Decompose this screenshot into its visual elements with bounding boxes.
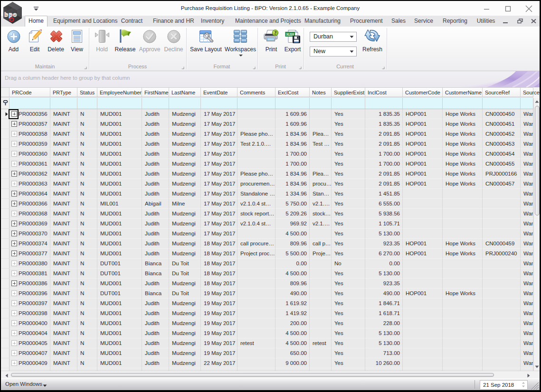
svg-text:?: ? [274, 30, 277, 36]
